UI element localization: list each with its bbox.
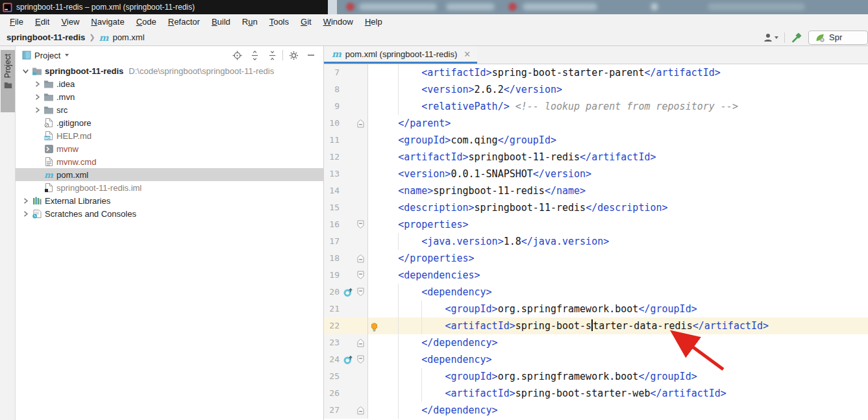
menu-refactor[interactable]: Refactor	[162, 16, 206, 28]
tree-item-springboot-11-redis[interactable]: springboot-11-redisD:\code\springboot\sp…	[16, 64, 323, 77]
code-line-14[interactable]: 14 <name>springboot-11-redis</name>	[324, 182, 868, 199]
settings-gear-icon[interactable]	[286, 48, 301, 62]
code-line-text[interactable]: <properties>	[368, 216, 868, 233]
menu-build[interactable]: Build	[206, 16, 236, 28]
code-line-text[interactable]: </parent>	[368, 115, 868, 132]
code-line-18[interactable]: 18 </properties>	[324, 250, 868, 267]
code-line-text[interactable]: <dependencies>	[368, 267, 868, 284]
code-line-10[interactable]: 10 </parent>	[324, 115, 868, 132]
tree-item--idea[interactable]: .idea	[16, 77, 323, 90]
project-panel-title[interactable]: Project	[34, 51, 60, 60]
code-line-27[interactable]: 27 </dependency>	[324, 402, 868, 419]
menu-window[interactable]: Window	[317, 16, 359, 28]
code-line-text[interactable]: </properties>	[368, 250, 868, 267]
code-line-text[interactable]: <relativePath/> <!-- lookup parent from …	[368, 98, 868, 115]
code-line-text[interactable]: </dependency>	[368, 402, 868, 419]
locate-target-icon[interactable]	[230, 48, 244, 62]
fold-marker-end-icon[interactable]	[354, 115, 368, 132]
chevron-right-icon[interactable]	[31, 93, 43, 101]
fold-marker-start-icon[interactable]	[354, 267, 368, 284]
code-line-text[interactable]: <groupId>com.qing</groupId>	[368, 132, 868, 149]
code-line-17[interactable]: 17 <java.version>1.8</java.version>	[324, 233, 868, 250]
project-tool-window-tab[interactable]: Project	[1, 50, 15, 112]
collapse-all-icon[interactable]	[265, 48, 279, 62]
code-line-text[interactable]: <name>springboot-11-redis</name>	[368, 182, 868, 199]
menu-tools[interactable]: Tools	[264, 16, 295, 28]
menu-navigate[interactable]: Navigate	[85, 16, 130, 28]
fold-marker-end-icon[interactable]	[354, 402, 368, 419]
code-line-text[interactable]: <dependency>	[368, 351, 868, 368]
code-line-text[interactable]: <artifactId>spring-boot-starter-parent</…	[368, 64, 868, 81]
tree-item--gitignore[interactable]: .gitignore	[16, 116, 323, 129]
code-line-15[interactable]: 15 <description>springboot-11-redis</des…	[324, 199, 868, 216]
menu-view[interactable]: View	[55, 16, 85, 28]
code-editor[interactable]: 7 <artifactId>spring-boot-starter-parent…	[324, 64, 868, 420]
code-line-text[interactable]: <dependency>	[368, 284, 868, 301]
code-line-text[interactable]: <groupId>org.springframework.boot</group…	[368, 368, 868, 385]
code-line-text[interactable]: <groupId>org.springframework.boot</group…	[368, 301, 868, 317]
code-line-22[interactable]: 22 <artifactId>spring-boot-starter-data-…	[324, 317, 868, 334]
chevron-right-icon[interactable]	[31, 106, 43, 114]
code-line-16[interactable]: 16 <properties>	[324, 216, 868, 233]
code-line-text[interactable]: <version>2.6.2</version>	[368, 81, 868, 98]
editor-tab-pom-xml[interactable]: m pom.xml (springboot-11-redis) ✕	[324, 46, 477, 64]
code-line-text[interactable]: <version>0.0.1-SNAPSHOT</version>	[368, 166, 868, 182]
close-tab-icon[interactable]: ✕	[464, 49, 471, 59]
tree-item-pom-xml[interactable]: mpom.xml	[16, 168, 323, 181]
hide-panel-icon[interactable]	[304, 48, 318, 62]
tree-item-mvnw-cmd[interactable]: mvnw.cmd	[16, 155, 323, 168]
fold-marker-start-icon[interactable]	[354, 216, 368, 233]
menu-run[interactable]: Run	[236, 16, 264, 28]
code-line-text[interactable]: <java.version>1.8</java.version>	[368, 233, 868, 250]
menu-git[interactable]: Git	[295, 16, 317, 28]
menu-edit[interactable]: Edit	[29, 16, 55, 28]
tree-item--mvn[interactable]: .mvn	[16, 90, 323, 103]
chevron-right-icon[interactable]	[19, 197, 31, 204]
code-line-text[interactable]: <artifactId>springboot-11-redis</artifac…	[368, 149, 868, 166]
fold-marker-end-icon[interactable]	[354, 250, 368, 267]
fold-marker-start-icon[interactable]	[354, 351, 368, 368]
user-account-button[interactable]	[763, 32, 778, 43]
fold-marker-end-icon[interactable]	[354, 334, 368, 351]
chevron-down-icon[interactable]	[65, 54, 69, 56]
code-line-7[interactable]: 7 <artifactId>spring-boot-starter-parent…	[324, 64, 868, 81]
run-configuration-selector[interactable]: Spr	[808, 31, 868, 45]
breadcrumb-file[interactable]: pom.xml	[112, 32, 144, 42]
chevron-right-icon[interactable]	[31, 80, 43, 88]
tree-item-mvnw[interactable]: mvnw	[16, 142, 323, 155]
code-line-23[interactable]: 23 </dependency>	[324, 334, 868, 351]
code-line-12[interactable]: 12 <artifactId>springboot-11-redis</arti…	[324, 149, 868, 166]
tree-item-help-md[interactable]: MDHELP.md	[16, 129, 323, 142]
fold-marker-start-icon[interactable]	[354, 284, 368, 301]
code-line-11[interactable]: 11 <groupId>com.qing</groupId>	[324, 132, 868, 149]
tree-item-springboot-11-redis-iml[interactable]: springboot-11-redis.iml	[16, 181, 323, 194]
code-line-25[interactable]: 25 <groupId>org.springframework.boot</gr…	[324, 368, 868, 385]
code-line-text[interactable]: <artifactId>spring-boot-starter-web</art…	[368, 385, 868, 402]
code-line-text[interactable]: <description>springboot-11-redis</descri…	[368, 199, 868, 216]
tree-item-scratches-and-consoles[interactable]: Scratches and Consoles	[16, 207, 323, 220]
build-hammer-icon[interactable]	[791, 32, 802, 43]
code-line-21[interactable]: 21 <groupId>org.springframework.boot</gr…	[324, 301, 868, 317]
code-line-text[interactable]: </dependency>	[368, 334, 868, 351]
code-line-19[interactable]: 19 <dependencies>	[324, 267, 868, 284]
breadcrumb-project[interactable]: springboot-11-redis	[6, 32, 85, 42]
code-line-9[interactable]: 9 <relativePath/> <!-- lookup parent fro…	[324, 98, 868, 115]
code-line-26[interactable]: 26 <artifactId>spring-boot-starter-web</…	[324, 385, 868, 402]
spring-initializr-gutter-icon[interactable]	[342, 351, 354, 368]
chevron-down-icon[interactable]	[19, 68, 31, 75]
code-line-text[interactable]: <artifactId>spring-boot-starter-data-red…	[368, 317, 868, 334]
menu-help[interactable]: Help	[359, 16, 388, 28]
code-line-8[interactable]: 8 <version>2.6.2</version>	[324, 81, 868, 98]
indent-guide	[398, 64, 399, 81]
code-line-24[interactable]: 24 <dependency>	[324, 351, 868, 368]
chevron-right-icon[interactable]	[19, 210, 31, 217]
code-line-20[interactable]: 20 <dependency>	[324, 284, 868, 301]
expand-all-icon[interactable]	[247, 48, 262, 62]
tree-item-external-libraries[interactable]: External Libraries	[16, 194, 323, 207]
menu-file[interactable]: File	[4, 16, 29, 28]
code-line-13[interactable]: 13 <version>0.0.1-SNAPSHOT</version>	[324, 166, 868, 182]
indent-guide	[398, 81, 399, 98]
menu-code[interactable]: Code	[130, 16, 162, 28]
tree-item-src[interactable]: src	[16, 103, 323, 116]
spring-initializr-gutter-icon[interactable]	[342, 284, 354, 301]
